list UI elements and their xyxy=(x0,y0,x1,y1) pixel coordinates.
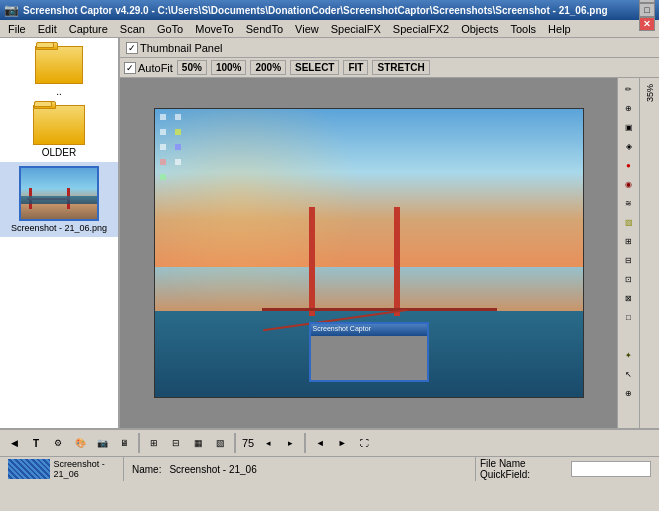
bt-camera[interactable]: 📷 xyxy=(92,433,112,453)
app-icon: 📷 xyxy=(4,3,19,17)
file-item-older-label: OLDER xyxy=(42,147,76,158)
tool-blank xyxy=(620,327,638,345)
bt-settings[interactable]: ⚙ xyxy=(48,433,68,453)
menu-tools[interactable]: Tools xyxy=(504,20,542,37)
file-item-older[interactable]: OLDER xyxy=(0,101,118,162)
bt-nav-right[interactable]: ► xyxy=(332,433,352,453)
bt-prev[interactable]: ◀ xyxy=(4,433,24,453)
status-filename: Screenshot - 21_06 xyxy=(169,464,256,475)
tool-paint[interactable]: ▣ xyxy=(620,118,638,136)
zoom-fit-button[interactable]: FIT xyxy=(343,60,368,75)
tool-wand[interactable]: ✦ xyxy=(620,346,638,364)
title-bar: 📷 Screenshot Captor v4.29.0 - C:\Users\S… xyxy=(0,0,659,20)
menu-view[interactable]: View xyxy=(289,20,325,37)
inner-window: Screenshot Captor xyxy=(309,322,429,382)
menu-sendto[interactable]: SendTo xyxy=(240,20,289,37)
bt-nav-left[interactable]: ◄ xyxy=(310,433,330,453)
menu-capture[interactable]: Capture xyxy=(63,20,114,37)
tool-crosshair[interactable]: ⊕ xyxy=(620,384,638,402)
bt-separator1 xyxy=(138,433,140,453)
tool-red-eye[interactable]: ● xyxy=(620,156,638,174)
zoom-percentage: 35% xyxy=(645,84,655,102)
tool-pencil[interactable]: ✏ xyxy=(620,80,638,98)
main-image: Screenshot Captor xyxy=(154,108,584,398)
status-middle: Name: Screenshot - 21_06 xyxy=(128,464,471,475)
tool-resize[interactable]: □ xyxy=(620,308,638,326)
bt-separator2 xyxy=(234,433,236,453)
tool-stamp[interactable]: ⊕ xyxy=(620,99,638,117)
zoom-select-button[interactable]: SELECT xyxy=(290,60,339,75)
tool-frame[interactable]: ⊡ xyxy=(620,270,638,288)
inner-window-titlebar: Screenshot Captor xyxy=(311,324,427,336)
bt-zoom-in[interactable]: ▸ xyxy=(280,433,300,453)
tool-highlight[interactable]: ▨ xyxy=(620,213,638,231)
bt-palette[interactable]: 🎨 xyxy=(70,433,90,453)
bt-screen[interactable]: 🖥 xyxy=(114,433,134,453)
bt-fullscreen[interactable]: ⛶ xyxy=(354,433,374,453)
bt-separator3 xyxy=(304,433,306,453)
screenshot-thumbnail xyxy=(19,166,99,221)
status-left: Screenshot - 21_06 xyxy=(4,457,124,481)
tool-fill[interactable]: ◈ xyxy=(620,137,638,155)
tool-grid[interactable]: ⊞ xyxy=(620,232,638,250)
file-item-parent-label: .. xyxy=(56,86,62,97)
bridge-deck xyxy=(262,308,497,311)
tool-color[interactable]: ◉ xyxy=(620,175,638,193)
zoom-stretch-button[interactable]: STRETCH xyxy=(372,60,429,75)
status-name-label: Name: xyxy=(132,464,161,475)
status-quickfield-label: File Name QuickField: xyxy=(480,458,571,480)
tool-cursor[interactable]: ↖ xyxy=(620,365,638,383)
right-toolbar: ✏ ⊕ ▣ ◈ ● ◉ ≋ ▨ ⊞ ⊟ ⊡ ⊠ □ ✦ ↖ ⊕ xyxy=(617,78,639,428)
status-right: File Name QuickField: xyxy=(475,457,655,481)
bt-grid3[interactable]: ▦ xyxy=(188,433,208,453)
menu-specialfx[interactable]: SpecialFX xyxy=(325,20,387,37)
thumbnail-panel-checkbox-area: ✓ Thumbnail Panel xyxy=(126,42,223,54)
zoom-toolbar: ✓ AutoFit 50% 100% 200% SELECT FIT STRET… xyxy=(120,58,659,78)
thumbnail-panel-label: Thumbnail Panel xyxy=(140,42,223,54)
image-area: Screenshot Captor xyxy=(120,78,617,428)
thumbnail-panel-header: ✓ Thumbnail Panel xyxy=(120,38,659,58)
tool-blur[interactable]: ≋ xyxy=(620,194,638,212)
tool-crop[interactable]: ⊠ xyxy=(620,289,638,307)
menu-file[interactable]: File xyxy=(2,20,32,37)
menu-help[interactable]: Help xyxy=(542,20,577,37)
bt-zoom-out[interactable]: ◂ xyxy=(258,433,278,453)
main-layout: .. OLDER Screenshot - 21_06.png xyxy=(0,38,659,428)
status-filename-short: Screenshot - 21_06 xyxy=(54,459,119,479)
status-bar: Screenshot - 21_06 Name: Screenshot - 21… xyxy=(0,456,659,481)
menu-scan[interactable]: Scan xyxy=(114,20,151,37)
far-right: 35% xyxy=(639,78,659,428)
file-item-screenshot-label: Screenshot - 21_06.png xyxy=(11,223,107,233)
menu-moveto[interactable]: MoveTo xyxy=(189,20,240,37)
zoom-100-button[interactable]: 100% xyxy=(211,60,247,75)
menu-objects[interactable]: Objects xyxy=(455,20,504,37)
autofit-checkbox[interactable]: ✓ xyxy=(124,62,136,74)
menu-edit[interactable]: Edit xyxy=(32,20,63,37)
file-item-screenshot[interactable]: Screenshot - 21_06.png xyxy=(0,162,118,237)
left-panel: .. OLDER Screenshot - 21_06.png xyxy=(0,38,120,428)
bt-grid2[interactable]: ⊟ xyxy=(166,433,186,453)
bridge-right-tower xyxy=(394,207,400,316)
zoom-value-label: 75 xyxy=(240,437,256,449)
bridge-left-tower xyxy=(309,207,315,316)
folder-icon-parent xyxy=(35,46,83,84)
maximize-button[interactable]: □ xyxy=(639,3,655,17)
bt-grid4[interactable]: ▧ xyxy=(210,433,230,453)
thumbnail-panel-checkbox[interactable]: ✓ xyxy=(126,42,138,54)
title-text: Screenshot Captor v4.29.0 - C:\Users\S\D… xyxy=(19,5,639,16)
menu-goto[interactable]: GoTo xyxy=(151,20,189,37)
tool-grid2[interactable]: ⊟ xyxy=(620,251,638,269)
menu-specialfx2[interactable]: SpecialFX2 xyxy=(387,20,455,37)
close-button[interactable]: ✕ xyxy=(639,17,655,31)
title-controls: ─ □ ✕ xyxy=(639,0,655,31)
bottom-toolbar: ◀ T ⚙ 🎨 📷 🖥 ⊞ ⊟ ▦ ▧ 75 ◂ ▸ ◄ ► ⛶ xyxy=(0,428,659,456)
folder-icon-older xyxy=(33,105,85,145)
autofit-label: AutoFit xyxy=(138,62,173,74)
quickfield-input[interactable] xyxy=(571,461,651,477)
bt-text[interactable]: T xyxy=(26,433,46,453)
bt-grid1[interactable]: ⊞ xyxy=(144,433,164,453)
zoom-50-button[interactable]: 50% xyxy=(177,60,207,75)
menu-bar: File Edit Capture Scan GoTo MoveTo SendT… xyxy=(0,20,659,38)
zoom-200-button[interactable]: 200% xyxy=(250,60,286,75)
file-item-parent[interactable]: .. xyxy=(0,42,118,101)
